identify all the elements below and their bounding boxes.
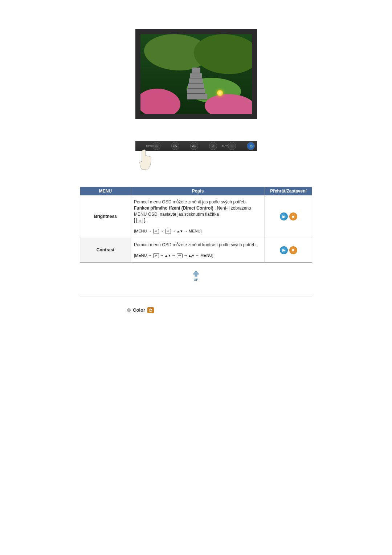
stop-button[interactable]: ■ [289, 246, 297, 254]
monitor-button-bar: MENU▭ ▾/▴ ▴/☼ ↵ AUTO ⏻ [135, 141, 257, 172]
section-title: Color [133, 307, 145, 313]
row-desc: Pomocí menu OSD můžete změnit kontrast p… [131, 238, 265, 262]
brightness-icon [136, 218, 143, 223]
col-menu: MENU [80, 187, 131, 195]
color-badge-icon: ◔ [147, 307, 154, 313]
play-button[interactable]: ▶ [280, 212, 288, 220]
bullet-icon [127, 308, 131, 312]
down-up-button-icon: ▾/▴ [171, 142, 179, 150]
row-menu-label: Contrast [80, 238, 131, 262]
section-heading-color: Color ◔ [127, 307, 330, 509]
monitor-screen [140, 34, 252, 114]
enter-button-icon: ↵ [209, 142, 217, 150]
table-row: Contrast Pomocí menu OSD můžete změnit k… [80, 238, 312, 262]
nav-sequence: [MENU → ↵ → ▴,▾ → ↵ → ▴,▾ → MENU] [134, 253, 262, 258]
row-media: ▶ ■ [265, 195, 312, 238]
enter-icon: ↵ [177, 253, 183, 258]
stop-button[interactable]: ■ [289, 212, 297, 220]
divider [80, 296, 312, 296]
enter-icon: ↵ [153, 253, 159, 258]
play-button[interactable]: ▶ [280, 246, 288, 254]
up-link[interactable]: UP [189, 270, 203, 281]
row-media: ▶ ■ [265, 238, 312, 262]
power-button-icon: ⏻ [247, 142, 255, 150]
pointing-hand-icon [139, 149, 157, 171]
brightness-button-icon: ▴/☼ [190, 142, 198, 150]
nav-sequence: [MENU → ↵ → ↵ → ▴,▾ → MENU] [134, 228, 262, 234]
enter-icon: ↵ [165, 229, 171, 234]
up-arrow-icon [191, 270, 201, 277]
enter-icon: ↵ [153, 229, 159, 234]
monitor-preview [135, 29, 257, 119]
auto-button-icon: AUTO [228, 142, 236, 150]
col-desc: Popis [131, 187, 265, 195]
osd-settings-table: MENU Popis Přehrát/Zastavení Brightness … [80, 187, 312, 263]
row-menu-label: Brightness [80, 195, 131, 238]
menu-button-icon: MENU▭ [152, 142, 160, 150]
col-play: Přehrát/Zastavení [265, 187, 312, 195]
row-desc: Pomocí menu OSD můžete změnit jas podle … [131, 195, 265, 238]
table-row: Brightness Pomocí menu OSD můžete změnit… [80, 195, 312, 238]
